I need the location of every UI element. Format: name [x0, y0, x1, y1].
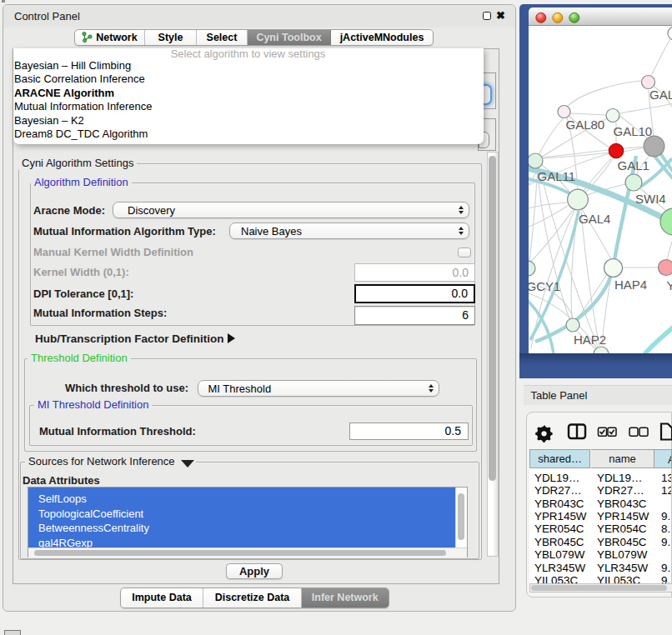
svg-text:GAL: GAL: [649, 88, 672, 102]
svg-text:GCY1: GCY1: [529, 279, 560, 293]
svg-text:SWI4: SWI4: [635, 192, 666, 206]
svg-text:GAL10: GAL10: [614, 124, 653, 138]
svg-text:HAP2: HAP2: [574, 332, 606, 347]
svg-text:GAL11: GAL11: [538, 169, 576, 183]
svg-text:Y: Y: [667, 278, 672, 292]
svg-text:GAL4: GAL4: [579, 212, 610, 226]
svg-text:GAL80: GAL80: [566, 118, 605, 132]
svg-text:GAL1: GAL1: [618, 158, 649, 172]
svg-text:HAP4: HAP4: [614, 278, 647, 292]
